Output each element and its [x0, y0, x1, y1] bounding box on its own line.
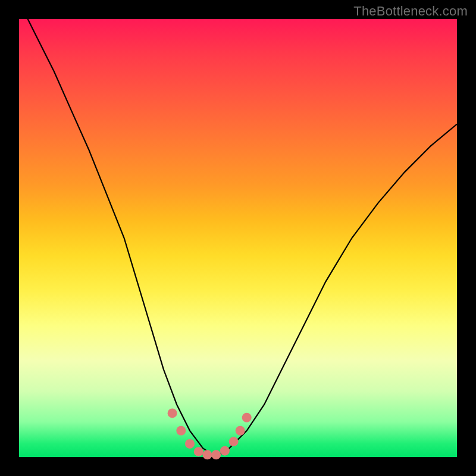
marker-dot — [229, 437, 239, 446]
marker-dot — [168, 408, 177, 418]
marker-dot — [242, 413, 252, 422]
marker-dot — [176, 426, 186, 436]
marker-dots — [168, 408, 252, 459]
chart-svg — [19, 19, 457, 457]
marker-dot — [203, 450, 212, 459]
marker-dot — [194, 447, 203, 456]
marker-dot — [211, 450, 221, 459]
bottleneck-curve — [19, 2, 457, 457]
watermark-text: TheBottleneck.com — [353, 4, 468, 19]
marker-dot — [220, 446, 230, 456]
marker-dot — [185, 439, 195, 449]
chart-frame: TheBottleneck.com — [0, 0, 476, 476]
marker-dot — [236, 426, 245, 436]
plot-area — [19, 19, 457, 457]
